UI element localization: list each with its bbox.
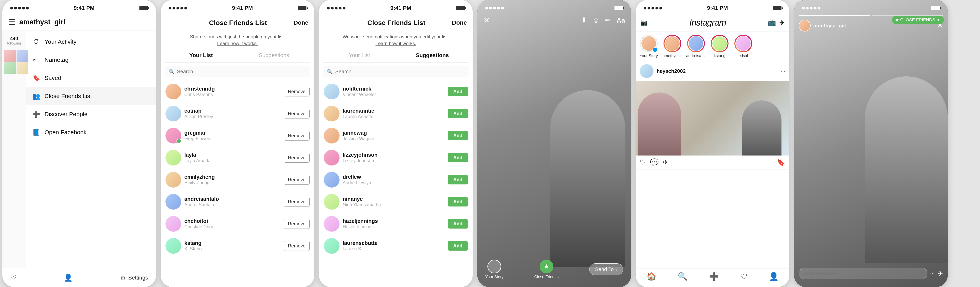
text-icon[interactable]: Aa [617, 16, 625, 24]
story-item[interactable]: andreisantalo [686, 35, 706, 58]
close-friends-star-icon: ★ [895, 17, 899, 22]
profile-icon[interactable]: 👤 [64, 274, 73, 282]
cfl-done-3[interactable]: Done [452, 19, 467, 26]
sidebar-item-open-facebook[interactable]: 📘 Open Facebook [26, 123, 156, 141]
remove-button[interactable]: Remove [284, 87, 310, 97]
sidebar-item-your-activity[interactable]: ⏱ Your Activity [26, 33, 156, 51]
sidebar-menu: ⏱ Your Activity 🏷 Nametag 🔖 Saved 👥 Clos… [26, 31, 156, 268]
status-bar-6 [794, 0, 948, 14]
remove-button[interactable]: Remove [284, 219, 310, 229]
story-item[interactable]: edsal [733, 35, 753, 58]
story-item[interactable]: kstang [710, 35, 730, 58]
cfl-realname: Lizzey Johnson [343, 158, 444, 163]
add-button[interactable]: Add [448, 197, 468, 206]
nav-header: ☰ amethyst_girl [2, 14, 156, 31]
sidebar-item-close-friends[interactable]: 👥 Close Friends List [26, 87, 156, 105]
search-input-2[interactable] [177, 68, 307, 75]
close-story-button[interactable]: ✕ [483, 16, 490, 25]
cfl-realname: Hazel Jennings [343, 224, 444, 230]
hamburger-icon[interactable]: ☰ [8, 17, 15, 27]
story-item[interactable]: amethyst_girl [662, 35, 682, 58]
close-friends-story-btn[interactable]: ★ Close Friends [534, 260, 558, 279]
signal-dot [26, 7, 29, 10]
list-item: kstang K. Stang Remove [161, 235, 314, 257]
settings-item[interactable]: ⚙ Settings [120, 274, 148, 282]
remove-button[interactable]: Remove [284, 109, 310, 119]
signal-dot [339, 7, 342, 10]
add-button[interactable]: Add [448, 175, 468, 184]
tab-your-list-3[interactable]: Your List [323, 49, 396, 62]
status-icons-1 [140, 6, 148, 10]
add-button[interactable]: Add [448, 131, 468, 140]
signal-dot [644, 7, 646, 10]
cfl-title-2: Close Friends List [182, 19, 294, 27]
cfl-done-2[interactable]: Done [294, 19, 309, 26]
add-post-icon[interactable]: ➕ [709, 272, 719, 281]
sidebar-item-label: Close Friends List [45, 93, 92, 100]
activity-nav-icon[interactable]: ♡ [740, 272, 748, 281]
search-input-3[interactable] [335, 68, 465, 75]
tab-your-list-2[interactable]: Your List [165, 49, 237, 62]
sidebar-item-discover-people[interactable]: ➕ Discover People [26, 105, 156, 123]
remove-button[interactable]: Remove [284, 153, 310, 163]
add-button[interactable]: Add [448, 87, 468, 96]
add-button[interactable]: Add [448, 241, 468, 251]
tab-suggestions-2[interactable]: Suggestions [237, 49, 310, 62]
avatar [324, 128, 339, 144]
post-username: heyach2002 [657, 68, 777, 74]
avatar [324, 238, 339, 254]
tab-suggestions-3[interactable]: Suggestions [396, 49, 469, 62]
cfl-notice-link-3[interactable]: Learn how it works. [375, 41, 416, 46]
user-info: andreisantalo Andrei Santalo [185, 196, 281, 208]
your-story-label: Your Story [485, 274, 504, 279]
screen-instagram-feed: 9:41 PM 📷 Instagram 📺 ✈ + Your Story [636, 0, 789, 287]
cfl-title-3: Close Friends List [341, 19, 452, 27]
feed-spacer [636, 170, 789, 268]
camera-icon[interactable]: 📷 [641, 19, 648, 26]
send-message-input[interactable] [799, 268, 928, 279]
remove-button[interactable]: Remove [284, 175, 310, 185]
sticker-icon[interactable]: ☺ [592, 16, 600, 24]
avatar [165, 216, 181, 232]
feed-header: 📷 Instagram 📺 ✈ [636, 14, 789, 32]
tv-icon[interactable]: 📺 [768, 19, 776, 27]
sidebar-item-label: Your Activity [45, 38, 76, 45]
cfl-realname: Lauren S. [343, 246, 444, 252]
add-button[interactable]: Add [448, 109, 468, 118]
add-button[interactable]: Add [448, 153, 468, 162]
sidebar-item-saved[interactable]: 🔖 Saved [26, 69, 156, 87]
sidebar-item-nametag[interactable]: 🏷 Nametag [26, 51, 156, 69]
signal-dot [18, 7, 21, 10]
profile-nav-icon[interactable]: 👤 [769, 272, 779, 281]
remove-button[interactable]: Remove [284, 241, 310, 251]
story-item-yours[interactable]: + Your Story [639, 35, 659, 58]
profile-photo-3 [4, 62, 16, 74]
like-icon[interactable]: ♡ [10, 274, 16, 282]
your-story-btn[interactable]: Your Story [485, 260, 504, 279]
send-story-reply-button[interactable]: ✈ [937, 270, 943, 277]
add-button[interactable]: Add [448, 219, 468, 228]
remove-button[interactable]: Remove [284, 197, 310, 207]
bookmark-button[interactable]: 🔖 [776, 158, 786, 166]
search-nav-icon[interactable]: 🔍 [678, 272, 687, 281]
your-story-avatar [487, 260, 501, 273]
user-info: layla Layla Amadaji [185, 152, 281, 163]
signal-dot [14, 7, 17, 10]
comment-button[interactable]: 💬 [650, 158, 659, 166]
send-to-button[interactable]: Send To › [589, 263, 623, 275]
cfl-notice-link-2[interactable]: Learn how it works. [217, 41, 258, 46]
remove-button[interactable]: Remove [284, 131, 310, 141]
send-icon[interactable]: ✈ [779, 19, 784, 27]
more-options-button[interactable]: ··· [930, 270, 935, 277]
download-icon[interactable]: ⬇ [581, 16, 587, 24]
close-friends-tag[interactable]: ★ CLOSE FRIENDS ▼ [892, 16, 944, 24]
figure-1 [638, 92, 681, 155]
share-button[interactable]: ✈ [663, 158, 669, 166]
home-icon[interactable]: 🏠 [646, 272, 656, 281]
draw-icon[interactable]: ✏ [605, 16, 611, 24]
like-button[interactable]: ♡ [640, 158, 646, 166]
story-content: ✕ ⬇ ☺ ✏ Aa Your Story ★ Close Friends Se… [477, 0, 631, 287]
avatar [324, 172, 339, 187]
sidebar-item-label: Discover People [45, 111, 88, 117]
post-more-button[interactable]: ··· [781, 68, 786, 75]
